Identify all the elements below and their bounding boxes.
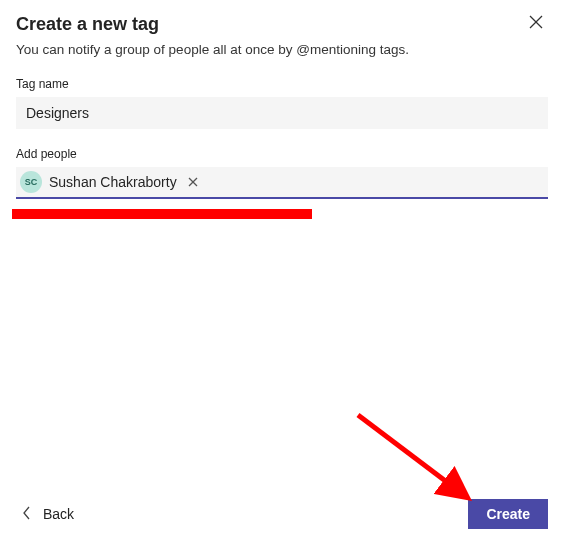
back-button[interactable]: Back [16,502,80,527]
avatar: SC [20,171,42,193]
create-tag-dialog: Create a new tag You can notify a group … [16,14,548,535]
chevron-left-icon [22,506,31,523]
annotation-redline [12,209,312,219]
remove-chip-icon[interactable] [186,175,200,189]
people-search-input[interactable] [206,170,544,194]
annotation-arrow-icon [352,409,482,509]
person-chip: SC Sushan Chakraborty [20,170,200,194]
add-people-label: Add people [16,147,548,161]
create-button[interactable]: Create [468,499,548,529]
dialog-title: Create a new tag [16,14,159,35]
person-chip-name: Sushan Chakraborty [49,174,177,190]
tag-name-input[interactable] [16,97,548,129]
add-people-input[interactable]: SC Sushan Chakraborty [16,167,548,199]
dialog-footer: Back Create [16,499,548,529]
dialog-header: Create a new tag [16,14,548,35]
dialog-subtitle: You can notify a group of people all at … [16,42,548,57]
svg-line-5 [358,415,464,495]
back-button-label: Back [43,506,74,522]
close-icon[interactable] [526,12,546,32]
tag-name-label: Tag name [16,77,548,91]
